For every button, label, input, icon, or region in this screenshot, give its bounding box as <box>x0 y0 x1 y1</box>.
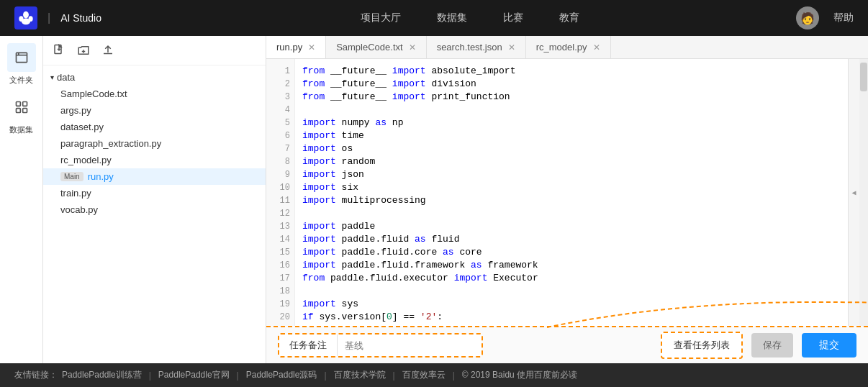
new-file-btn[interactable] <box>50 42 68 59</box>
tab-runpy[interactable]: run.py ✕ <box>266 36 326 58</box>
top-navigation: | AI Studio 项目大厅 数据集 比赛 教育 🧑 帮助 <box>0 0 868 36</box>
file-name: train.py <box>60 188 91 199</box>
save-button[interactable]: 保存 <box>751 333 793 358</box>
ln-2: 2 <box>266 78 294 91</box>
vertical-scrollbar[interactable] <box>859 59 868 326</box>
file-run-main: Main run.py <box>60 171 114 182</box>
file-dataset[interactable]: dataset.py <box>43 119 266 135</box>
footer-link-3[interactable]: PaddlePaddle源码 <box>246 369 317 381</box>
nav-projects[interactable]: 项目大厅 <box>361 12 401 24</box>
task-note-group: 任务备注 <box>278 333 483 358</box>
tab-search[interactable]: search.test.json ✕ <box>427 36 526 58</box>
logo-divider: | <box>48 12 50 24</box>
file-name: rc_model.py <box>60 155 112 165</box>
baidu-logo <box>14 6 37 29</box>
file-name: SampleCode.txt <box>60 88 127 99</box>
footer-link-5[interactable]: 百度效率云 <box>402 369 446 381</box>
file-train[interactable]: train.py <box>43 185 266 201</box>
file-rcmodel[interactable]: rc_model.py <box>43 152 266 168</box>
code-content[interactable]: from __future__ import absolute_import f… <box>295 59 848 326</box>
svg-point-0 <box>23 12 29 19</box>
ln-4: 4 <box>266 104 294 117</box>
ln-10: 10 <box>266 181 294 194</box>
task-note-label[interactable]: 任务备注 <box>279 334 338 356</box>
ln-19: 19 <box>266 298 294 311</box>
new-folder-btn[interactable] <box>75 42 92 59</box>
view-tasks-button[interactable]: 查看任务列表 <box>661 332 743 359</box>
ln-14: 14 <box>266 233 294 246</box>
ln-6: 6 <box>266 129 294 142</box>
footer-copyright: © 2019 Baidu 使用百度前必读 <box>462 369 577 381</box>
tab-samplecode[interactable]: SampleCode.txt ✕ <box>326 36 427 58</box>
tab-search-label: search.test.json <box>437 42 502 53</box>
file-name: vocab.py <box>60 204 98 215</box>
line-numbers: 1 2 3 4 5 6 7 8 9 10 11 12 13 14 15 16 1… <box>266 59 295 326</box>
nav-links: 项目大厅 数据集 比赛 教育 <box>145 12 796 24</box>
footer-link-2[interactable]: PaddlePaddle官网 <box>158 369 230 381</box>
nav-education[interactable]: 教育 <box>559 12 579 24</box>
ln-17: 17 <box>266 272 294 285</box>
ln-15: 15 <box>266 246 294 259</box>
code-editor: 1 2 3 4 5 6 7 8 9 10 11 12 13 14 15 16 1… <box>266 59 868 326</box>
help-link[interactable]: 帮助 <box>833 12 854 24</box>
file-tree: ▾ data SampleCode.txt args.py dataset.py… <box>43 65 266 363</box>
submit-button[interactable]: 提交 <box>802 333 856 358</box>
sidebar-dataset-icon[interactable] <box>7 93 36 122</box>
tab-bar: run.py ✕ SampleCode.txt ✕ search.test.js… <box>266 36 868 59</box>
ln-7: 7 <box>266 142 294 155</box>
file-toolbar <box>43 36 266 65</box>
ln-3: 3 <box>266 91 294 104</box>
nav-competition[interactable]: 比赛 <box>503 12 523 24</box>
file-paragraph[interactable]: paragraph_extraction.py <box>43 135 266 152</box>
svg-rect-6 <box>22 102 27 106</box>
footer-sep-1: | <box>149 370 151 381</box>
ln-12: 12 <box>266 207 294 220</box>
footer: 友情链接： PaddlePaddle训练营 | PaddlePaddle官网 |… <box>0 363 868 387</box>
nav-datasets[interactable]: 数据集 <box>437 12 467 24</box>
file-runpy[interactable]: Main run.py <box>43 168 266 185</box>
file-name: dataset.py <box>60 122 104 132</box>
ln-8: 8 <box>266 155 294 168</box>
upload-btn[interactable] <box>99 42 117 59</box>
ln-18: 18 <box>266 285 294 298</box>
footer-sep-2: | <box>237 370 239 381</box>
folder-name: data <box>57 72 75 83</box>
tab-samplecode-label: SampleCode.txt <box>336 42 403 53</box>
scrollbar-thumb[interactable] <box>860 63 867 91</box>
nav-right: 🧑 帮助 <box>796 6 854 29</box>
sidebar-files-icon[interactable] <box>7 43 36 72</box>
user-avatar[interactable]: 🧑 <box>796 6 819 29</box>
sidebar-files-label: 文件夹 <box>9 75 33 86</box>
editor-area: run.py ✕ SampleCode.txt ✕ search.test.js… <box>266 36 868 363</box>
logo-area: | AI Studio <box>14 6 101 29</box>
file-run-name: run.py <box>88 171 114 182</box>
footer-link-4[interactable]: 百度技术学院 <box>334 369 386 381</box>
file-vocab[interactable]: vocab.py <box>43 201 266 218</box>
svg-rect-8 <box>22 109 27 113</box>
ln-5: 5 <box>266 117 294 129</box>
tab-rcmodel[interactable]: rc_model.py ✕ <box>526 36 611 58</box>
collapse-panel-arrow[interactable]: ◀ <box>848 59 859 326</box>
ln-20: 20 <box>266 311 294 324</box>
tab-runpy-label: run.py <box>276 42 302 53</box>
tab-runpy-close[interactable]: ✕ <box>308 43 315 52</box>
footer-prefix: 友情链接： <box>14 369 58 381</box>
ai-studio-label: AI Studio <box>60 12 101 24</box>
tab-search-close[interactable]: ✕ <box>508 43 515 52</box>
svg-point-3 <box>22 18 30 24</box>
baseline-input[interactable] <box>338 334 482 356</box>
footer-sep-4: | <box>393 370 395 381</box>
svg-rect-4 <box>16 53 27 62</box>
file-args[interactable]: args.py <box>43 102 266 119</box>
folder-data[interactable]: ▾ data <box>43 69 266 86</box>
tab-rcmodel-close[interactable]: ✕ <box>593 43 600 52</box>
ln-16: 16 <box>266 259 294 272</box>
bottom-bar: 任务备注 查看任务列表 保存 提交 <box>266 326 868 363</box>
footer-link-1[interactable]: PaddlePaddle训练营 <box>62 369 142 381</box>
file-name: args.py <box>60 105 91 116</box>
tab-samplecode-close[interactable]: ✕ <box>409 43 416 52</box>
footer-sep-3: | <box>324 370 326 381</box>
svg-rect-7 <box>16 109 20 113</box>
ln-13: 13 <box>266 220 294 233</box>
file-samplecode[interactable]: SampleCode.txt <box>43 86 266 102</box>
